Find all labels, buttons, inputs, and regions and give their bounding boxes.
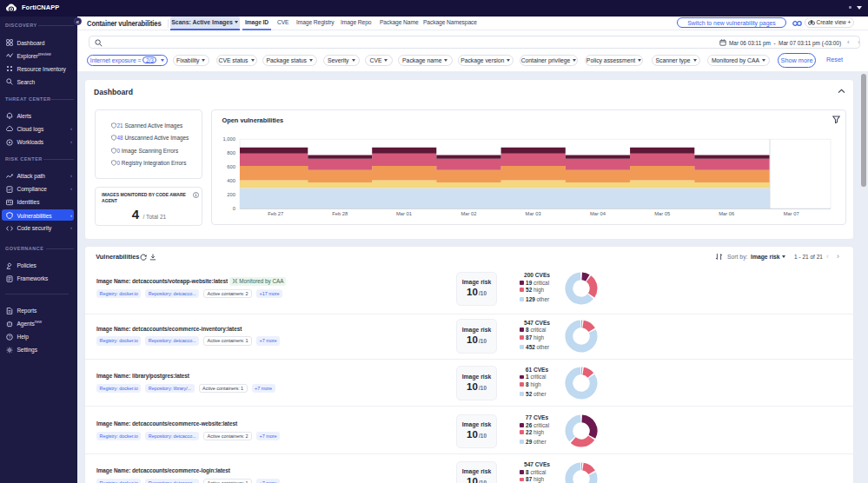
- svg-text:800: 800: [227, 150, 235, 155]
- svg-text:600: 600: [227, 164, 235, 169]
- svg-text:200: 200: [227, 192, 235, 197]
- svg-text:?: ?: [8, 334, 10, 339]
- svg-text:Mar 06: Mar 06: [719, 211, 734, 216]
- svg-text:Feb 28: Feb 28: [332, 211, 348, 216]
- svg-text:400: 400: [227, 178, 235, 183]
- svg-text:Feb 27: Feb 27: [268, 211, 283, 216]
- svg-text:Mar 04: Mar 04: [590, 211, 606, 216]
- svg-text:Mar 03: Mar 03: [526, 211, 541, 216]
- svg-text:1,000: 1,000: [222, 136, 235, 142]
- svg-text:Mar 01: Mar 01: [396, 211, 412, 216]
- svg-text:Mar 02: Mar 02: [461, 211, 476, 216]
- svg-text:Mar 07: Mar 07: [784, 211, 799, 216]
- svg-text:Mar 05: Mar 05: [654, 211, 670, 216]
- svg-text:0: 0: [233, 206, 235, 211]
